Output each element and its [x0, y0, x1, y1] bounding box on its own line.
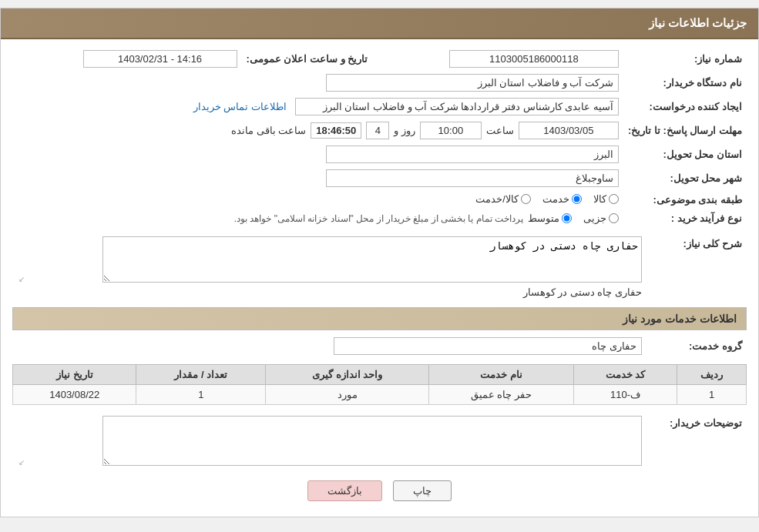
category-radio-kala[interactable] — [609, 194, 619, 204]
creator-label: ایجاد کننده درخواست: — [623, 95, 747, 119]
buyer-notes-resize-icon: ↙ — [18, 458, 25, 467]
print-button[interactable]: چاپ — [393, 480, 452, 501]
category-label-kala-khedmat: کالا/خدمت — [475, 193, 519, 205]
service-group-label: گروه خدمت: — [646, 334, 747, 358]
remaining-time-display: 18:46:50 — [311, 122, 361, 139]
deadline-cell: 1403/03/05 ساعت 10:00 روز و 4 روز و 18:4… — [12, 119, 623, 142]
category-radio-kala-khedmat[interactable] — [521, 194, 531, 204]
category-label-khedmat: خدمت — [542, 193, 569, 205]
remaining-label: ساعت باقی مانده — [231, 125, 306, 136]
category-option-kala[interactable]: کالا — [593, 193, 619, 205]
buyer-org-label: نام دستگاه خریدار: — [623, 71, 747, 95]
purchase-type-label: نوع فرآیند خرید : — [623, 209, 747, 227]
city-row: شهر محل تحویل: ساوجبلاغ — [12, 166, 747, 190]
col-header-date: تاریخ نیاز — [13, 365, 136, 385]
services-table-header: ردیف کد خدمت نام خدمت واحد اندازه گیری ت… — [13, 365, 747, 385]
main-form-table: شماره نیاز: 1103005186000118 تاریخ و ساع… — [12, 47, 747, 227]
city-field: ساوجبلاغ — [326, 169, 619, 187]
need-number-field: 1103005186000118 — [449, 50, 619, 68]
page-title: جزئیات اطلاعات نیاز — [649, 16, 747, 29]
category-label-kala: کالا — [593, 193, 606, 205]
service-group-field: حفاری چاه — [334, 337, 642, 355]
cell-unit: مورد — [266, 385, 429, 405]
services-table-body: 1 ف-110 حفر چاه عمیق مورد 1 1403/08/22 — [13, 385, 747, 405]
buyer-org-cell: شرکت آب و فاضلاب استان البرز — [12, 71, 623, 95]
deadline-days-label: روز و — [394, 125, 415, 136]
need-number-value: 1103005186000118 — [372, 47, 623, 71]
need-number-label: شماره نیاز: — [623, 47, 747, 71]
category-radio-khedmat[interactable] — [572, 194, 582, 204]
buyer-notes-textarea[interactable] — [102, 416, 642, 466]
resize-handle-icon: ↙ — [18, 275, 25, 283]
category-option-khedmat[interactable]: خدمت — [542, 193, 582, 205]
description-textarea[interactable] — [102, 236, 642, 283]
buyer-notes-row: توضیحات خریدار: ↙ — [12, 413, 747, 471]
description-row: شرح کلی نیاز: ↙ حفاری چاه دستی در کوهسار — [12, 233, 747, 301]
buyer-notes-label: توضیحات خریدار: — [646, 413, 747, 471]
table-row: 1 ف-110 حفر چاه عمیق مورد 1 1403/08/22 — [13, 385, 747, 405]
deadline-label: مهلت ارسال پاسخ: تا تاریخ: — [623, 119, 747, 142]
description-label: شرح کلی نیاز: — [646, 233, 747, 301]
service-group-row: گروه خدمت: حفاری چاه — [12, 334, 747, 358]
cell-row-num: 1 — [677, 385, 747, 405]
purchase-radio-group: جزیی متوسط — [528, 212, 619, 224]
buyer-notes-wrap: ↙ — [17, 416, 642, 468]
announce-date-label: تاریخ و ساعت اعلان عمومی: — [242, 47, 373, 71]
deadline-time-label: ساعت — [486, 125, 514, 136]
purchase-type-cell: جزیی متوسط پرداخت تمام یا بخشی از مبلغ خ… — [12, 209, 623, 227]
deadline-date-field: 1403/03/05 — [519, 122, 619, 139]
col-header-row-num: ردیف — [677, 365, 747, 385]
province-field: البرز — [326, 146, 619, 163]
deadline-days-field: 4 — [366, 122, 389, 139]
col-header-service-name: نام خدمت — [428, 365, 573, 385]
service-group-table: گروه خدمت: حفاری چاه — [12, 334, 747, 358]
buyer-org-field: شرکت آب و فاضلاب استان البرز — [326, 74, 619, 92]
province-label: استان محل تحویل: — [623, 142, 747, 166]
category-row: طبقه بندی موضوعی: کالا خدمت — [12, 190, 747, 209]
col-header-service-code: کد خدمت — [573, 365, 677, 385]
creator-cell: آسیه عابدی کارشناس دفتر قراردادها شرکت آ… — [12, 95, 623, 119]
announce-date-field: 1403/02/31 - 14:16 — [83, 50, 237, 68]
creator-row: ایجاد کننده درخواست: آسیه عابدی کارشناس … — [12, 95, 747, 119]
cell-service-code: ف-110 — [573, 385, 677, 405]
buyer-notes-cell: ↙ — [12, 413, 646, 471]
category-cell: کالا خدمت کالا/خدمت — [12, 190, 623, 209]
announce-date-cell: 1403/02/31 - 14:16 — [12, 47, 242, 71]
cell-date: 1403/08/22 — [13, 385, 136, 405]
description-textarea-wrap: ↙ — [17, 236, 642, 285]
purchase-option-motavaset[interactable]: متوسط — [528, 212, 572, 224]
buyer-notes-table: توضیحات خریدار: ↙ — [12, 413, 747, 471]
cell-service-name: حفر چاه عمیق — [428, 385, 573, 405]
description-value-display: حفاری چاه دستی در کوهسار — [17, 286, 642, 298]
services-section-header: اطلاعات خدمات مورد نیاز — [12, 307, 747, 330]
purchase-option-jozei[interactable]: جزیی — [583, 212, 619, 224]
purchase-radio-jozei[interactable] — [609, 213, 619, 223]
category-option-kala-khedmat[interactable]: کالا/خدمت — [475, 193, 531, 205]
purchase-label-motavaset: متوسط — [528, 212, 559, 224]
deadline-row: مهلت ارسال پاسخ: تا تاریخ: 1403/03/05 سا… — [12, 119, 747, 142]
city-cell: ساوجبلاغ — [12, 166, 623, 190]
province-row: استان محل تحویل: البرز — [12, 142, 747, 166]
creator-link[interactable]: اطلاعات تماس خریدار — [193, 101, 287, 112]
deadline-time-field: 10:00 — [420, 122, 482, 139]
col-header-unit: واحد اندازه گیری — [266, 365, 429, 385]
creator-field: آسیه عابدی کارشناس دفتر قراردادها شرکت آ… — [295, 98, 619, 115]
category-label: طبقه بندی موضوعی: — [623, 190, 747, 209]
purchase-type-row: نوع فرآیند خرید : جزیی متوسط — [12, 209, 747, 227]
purchase-note: پرداخت تمام یا بخشی از مبلغ خریدار از مح… — [234, 213, 523, 224]
table-header-row: ردیف کد خدمت نام خدمت واحد اندازه گیری ت… — [13, 365, 747, 385]
page-header: جزئیات اطلاعات نیاز — [1, 8, 758, 39]
description-table: شرح کلی نیاز: ↙ حفاری چاه دستی در کوهسار — [12, 233, 747, 301]
city-label: شهر محل تحویل: — [623, 166, 747, 190]
col-header-quantity: تعداد / مقدار — [136, 365, 266, 385]
services-data-table: ردیف کد خدمت نام خدمت واحد اندازه گیری ت… — [12, 364, 747, 405]
need-number-row: شماره نیاز: 1103005186000118 تاریخ و ساع… — [12, 47, 747, 71]
description-cell: ↙ حفاری چاه دستی در کوهسار — [12, 233, 646, 301]
cell-quantity: 1 — [136, 385, 266, 405]
back-button[interactable]: بازگشت — [307, 480, 382, 501]
purchase-label-jozei: جزیی — [583, 212, 606, 224]
province-cell: البرز — [12, 142, 623, 166]
category-radio-group: کالا خدمت کالا/خدمت — [475, 193, 619, 205]
service-group-cell: حفاری چاه — [12, 334, 646, 358]
purchase-radio-motavaset[interactable] — [562, 213, 572, 223]
